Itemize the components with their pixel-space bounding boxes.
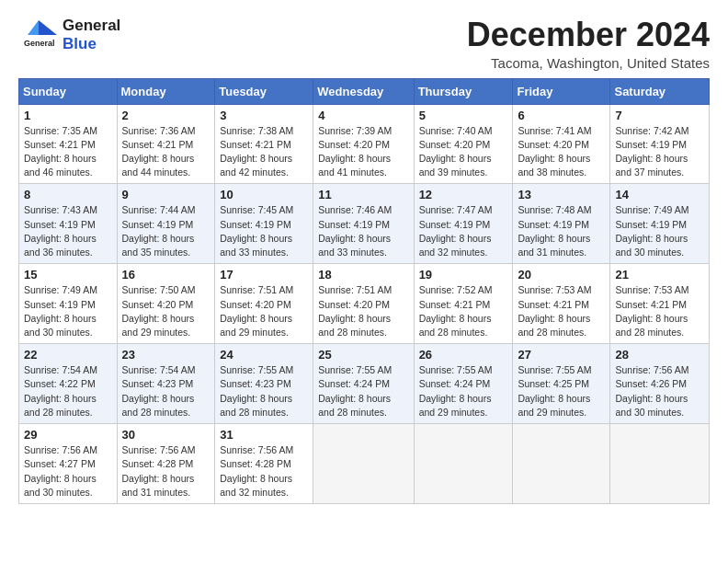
table-row: 25Sunrise: 7:55 AMSunset: 4:24 PMDayligh…	[313, 344, 414, 424]
day-number: 4	[318, 109, 408, 122]
day-number: 7	[615, 109, 704, 122]
table-row: 24Sunrise: 7:55 AMSunset: 4:23 PMDayligh…	[215, 344, 313, 424]
day-number: 21	[615, 268, 704, 282]
col-saturday: Saturday	[610, 78, 710, 104]
day-detail: Sunrise: 7:51 AMSunset: 4:20 PMDaylight:…	[318, 283, 408, 339]
table-row: 27Sunrise: 7:55 AMSunset: 4:25 PMDayligh…	[513, 344, 610, 424]
day-number: 27	[518, 348, 605, 362]
logo: General General Blue	[18, 17, 120, 53]
table-row: 9Sunrise: 7:44 AMSunset: 4:19 PMDaylight…	[117, 184, 215, 264]
col-friday: Friday	[513, 78, 610, 104]
table-row	[513, 424, 610, 504]
col-monday: Monday	[117, 78, 215, 104]
day-number: 12	[419, 188, 508, 201]
table-row: 14Sunrise: 7:49 AMSunset: 4:19 PMDayligh…	[610, 184, 710, 264]
table-row: 22Sunrise: 7:54 AMSunset: 4:22 PMDayligh…	[19, 344, 118, 424]
table-row: 10Sunrise: 7:45 AMSunset: 4:19 PMDayligh…	[215, 184, 313, 264]
table-row	[610, 424, 710, 504]
title-area: December 2024 Tacoma, Washington, United…	[467, 17, 710, 71]
day-detail: Sunrise: 7:45 AMSunset: 4:19 PMDaylight:…	[220, 203, 308, 259]
day-detail: Sunrise: 7:49 AMSunset: 4:19 PMDaylight:…	[615, 203, 704, 259]
table-row: 29Sunrise: 7:56 AMSunset: 4:27 PMDayligh…	[19, 424, 118, 504]
day-number: 9	[122, 188, 210, 201]
table-row: 31Sunrise: 7:56 AMSunset: 4:28 PMDayligh…	[215, 424, 313, 504]
day-number: 8	[24, 188, 112, 201]
day-detail: Sunrise: 7:55 AMSunset: 4:23 PMDaylight:…	[220, 363, 308, 419]
day-detail: Sunrise: 7:43 AMSunset: 4:19 PMDaylight:…	[24, 203, 112, 259]
calendar: Sunday Monday Tuesday Wednesday Thursday…	[18, 78, 710, 504]
day-number: 11	[318, 188, 408, 201]
table-row: 15Sunrise: 7:49 AMSunset: 4:19 PMDayligh…	[19, 264, 118, 344]
table-row: 8Sunrise: 7:43 AMSunset: 4:19 PMDaylight…	[19, 184, 118, 264]
day-number: 14	[615, 188, 704, 201]
table-row: 21Sunrise: 7:53 AMSunset: 4:21 PMDayligh…	[610, 264, 710, 344]
table-row: 7Sunrise: 7:42 AMSunset: 4:19 PMDaylight…	[610, 104, 710, 184]
day-number: 1	[24, 109, 112, 122]
day-detail: Sunrise: 7:41 AMSunset: 4:20 PMDaylight:…	[518, 124, 605, 180]
day-number: 5	[419, 109, 508, 122]
day-detail: Sunrise: 7:42 AMSunset: 4:19 PMDaylight:…	[615, 124, 704, 180]
day-detail: Sunrise: 7:35 AMSunset: 4:21 PMDaylight:…	[24, 124, 112, 180]
table-row	[313, 424, 414, 504]
location: Tacoma, Washington, United States	[467, 55, 710, 71]
col-wednesday: Wednesday	[313, 78, 414, 104]
table-row	[414, 424, 513, 504]
calendar-header-row: Sunday Monday Tuesday Wednesday Thursday…	[19, 78, 710, 104]
table-row: 13Sunrise: 7:48 AMSunset: 4:19 PMDayligh…	[513, 184, 610, 264]
calendar-week-row: 15Sunrise: 7:49 AMSunset: 4:19 PMDayligh…	[19, 264, 710, 344]
day-number: 2	[122, 109, 210, 122]
day-detail: Sunrise: 7:51 AMSunset: 4:20 PMDaylight:…	[220, 283, 308, 339]
day-number: 28	[615, 348, 704, 362]
table-row: 20Sunrise: 7:53 AMSunset: 4:21 PMDayligh…	[513, 264, 610, 344]
day-detail: Sunrise: 7:53 AMSunset: 4:21 PMDaylight:…	[518, 283, 605, 339]
day-number: 24	[220, 348, 308, 362]
calendar-week-row: 8Sunrise: 7:43 AMSunset: 4:19 PMDaylight…	[19, 184, 710, 264]
calendar-week-row: 22Sunrise: 7:54 AMSunset: 4:22 PMDayligh…	[19, 344, 710, 424]
day-number: 15	[24, 268, 112, 282]
day-detail: Sunrise: 7:56 AMSunset: 4:27 PMDaylight:…	[24, 443, 112, 500]
table-row: 11Sunrise: 7:46 AMSunset: 4:19 PMDayligh…	[313, 184, 414, 264]
day-number: 25	[318, 348, 408, 362]
table-row: 6Sunrise: 7:41 AMSunset: 4:20 PMDaylight…	[513, 104, 610, 184]
table-row: 19Sunrise: 7:52 AMSunset: 4:21 PMDayligh…	[414, 264, 513, 344]
table-row: 23Sunrise: 7:54 AMSunset: 4:23 PMDayligh…	[117, 344, 215, 424]
day-number: 29	[24, 428, 112, 442]
day-detail: Sunrise: 7:50 AMSunset: 4:20 PMDaylight:…	[122, 283, 210, 339]
day-number: 26	[419, 348, 508, 362]
day-number: 10	[220, 188, 308, 201]
table-row: 18Sunrise: 7:51 AMSunset: 4:20 PMDayligh…	[313, 264, 414, 344]
day-detail: Sunrise: 7:55 AMSunset: 4:25 PMDaylight:…	[518, 363, 605, 419]
col-thursday: Thursday	[414, 78, 513, 104]
day-number: 13	[518, 188, 605, 201]
day-number: 20	[518, 268, 605, 282]
day-detail: Sunrise: 7:47 AMSunset: 4:19 PMDaylight:…	[419, 203, 508, 259]
day-number: 3	[220, 109, 308, 122]
table-row: 26Sunrise: 7:55 AMSunset: 4:24 PMDayligh…	[414, 344, 513, 424]
day-detail: Sunrise: 7:56 AMSunset: 4:28 PMDaylight:…	[122, 443, 210, 500]
day-number: 16	[122, 268, 210, 282]
day-detail: Sunrise: 7:52 AMSunset: 4:21 PMDaylight:…	[419, 283, 508, 339]
col-sunday: Sunday	[19, 78, 118, 104]
day-detail: Sunrise: 7:56 AMSunset: 4:26 PMDaylight:…	[615, 363, 704, 419]
day-detail: Sunrise: 7:54 AMSunset: 4:23 PMDaylight:…	[122, 363, 210, 419]
month-title: December 2024	[467, 17, 710, 53]
day-detail: Sunrise: 7:39 AMSunset: 4:20 PMDaylight:…	[318, 124, 408, 180]
page: General General Blue December 2024 Tacom…	[0, 0, 728, 521]
table-row: 16Sunrise: 7:50 AMSunset: 4:20 PMDayligh…	[117, 264, 215, 344]
table-row: 2Sunrise: 7:36 AMSunset: 4:21 PMDaylight…	[117, 104, 215, 184]
calendar-week-row: 29Sunrise: 7:56 AMSunset: 4:27 PMDayligh…	[19, 424, 710, 504]
table-row: 12Sunrise: 7:47 AMSunset: 4:19 PMDayligh…	[414, 184, 513, 264]
day-detail: Sunrise: 7:56 AMSunset: 4:28 PMDaylight:…	[220, 443, 308, 500]
day-detail: Sunrise: 7:38 AMSunset: 4:21 PMDaylight:…	[220, 124, 308, 180]
header: General General Blue December 2024 Tacom…	[18, 17, 710, 71]
day-detail: Sunrise: 7:48 AMSunset: 4:19 PMDaylight:…	[518, 203, 605, 259]
table-row: 1Sunrise: 7:35 AMSunset: 4:21 PMDaylight…	[19, 104, 118, 184]
logo-text: General Blue	[63, 17, 120, 53]
day-detail: Sunrise: 7:46 AMSunset: 4:19 PMDaylight:…	[318, 203, 408, 259]
logo-icon: General	[18, 18, 59, 52]
day-number: 17	[220, 268, 308, 282]
svg-text:General: General	[24, 39, 55, 48]
day-number: 23	[122, 348, 210, 362]
calendar-week-row: 1Sunrise: 7:35 AMSunset: 4:21 PMDaylight…	[19, 104, 710, 184]
day-number: 18	[318, 268, 408, 282]
